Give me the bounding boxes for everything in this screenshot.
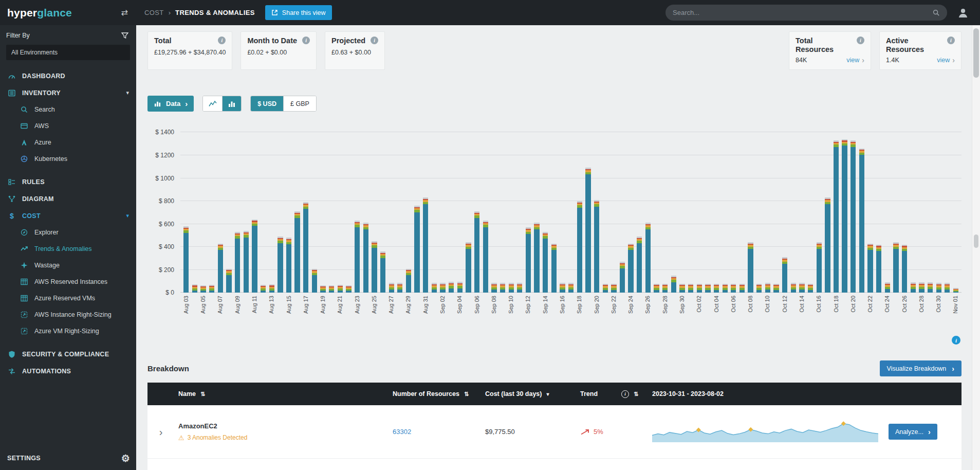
- cost-column-header[interactable]: Cost (last 30 days)▾: [481, 390, 576, 397]
- anomalies-detected[interactable]: ⚠3 Anomalies Detected: [178, 434, 384, 442]
- chart-info-icon[interactable]: i: [952, 336, 960, 345]
- bar-aug-23[interactable]: [355, 221, 360, 293]
- bar-sep-09[interactable]: [500, 283, 505, 293]
- bar-aug-09[interactable]: [235, 232, 240, 293]
- bar-aug-19[interactable]: [320, 285, 325, 293]
- environment-select[interactable]: All Environments: [6, 45, 130, 60]
- bar-sep-10[interactable]: [509, 283, 514, 293]
- sidebar-item-azure[interactable]: Azure: [0, 134, 136, 151]
- bar-oct-24[interactable]: [885, 282, 890, 293]
- resource-name[interactable]: AmazonEC2: [178, 422, 384, 430]
- bar-aug-13[interactable]: [269, 284, 274, 293]
- bar-oct-23[interactable]: [876, 245, 881, 293]
- bar-sep-19[interactable]: [585, 168, 590, 293]
- bar-oct-08[interactable]: [748, 242, 753, 293]
- search-input[interactable]: [673, 9, 932, 16]
- sidebar-item-dashboard[interactable]: DASHBOARD: [0, 67, 136, 84]
- sidebar-item-rules[interactable]: RULES: [0, 173, 136, 190]
- bar-aug-20[interactable]: [329, 285, 334, 293]
- bar-aug-26[interactable]: [380, 251, 385, 293]
- breadcrumb-cost[interactable]: COST: [144, 9, 164, 16]
- bar-sep-05[interactable]: [466, 242, 471, 293]
- bar-oct-12[interactable]: [782, 257, 787, 293]
- bar-sep-26[interactable]: [645, 223, 651, 293]
- bar-oct-25[interactable]: [893, 242, 898, 293]
- scrollbar-thumb-secondary[interactable]: [974, 234, 978, 248]
- bar-oct-02[interactable]: [697, 284, 702, 293]
- bar-oct-11[interactable]: [773, 284, 779, 293]
- sidebar-item-cost[interactable]: $COST▾: [0, 207, 136, 224]
- bar-oct-06[interactable]: [731, 284, 736, 293]
- data-button[interactable]: Data ›: [147, 96, 194, 112]
- bar-sep-25[interactable]: [637, 237, 642, 293]
- sidebar-item-settings[interactable]: SETTINGS ⚙: [0, 446, 136, 470]
- sidebar-item-aws-instance-right-sizing[interactable]: AWS Instance Right-Sizing: [0, 306, 136, 323]
- bar-nov-01[interactable]: [953, 288, 958, 293]
- sidebar-item-kubernetes[interactable]: Kubernetes: [0, 151, 136, 167]
- sidebar-item-inventory[interactable]: INVENTORY▾: [0, 84, 136, 101]
- bar-oct-05[interactable]: [723, 284, 728, 293]
- bar-sep-15[interactable]: [551, 244, 557, 293]
- bar-sep-18[interactable]: [577, 201, 582, 293]
- view-active-resources-link[interactable]: view›: [937, 56, 955, 64]
- bar-aug-14[interactable]: [278, 237, 283, 293]
- user-avatar[interactable]: [955, 5, 971, 21]
- bar-oct-26[interactable]: [902, 245, 907, 293]
- bar-aug-31[interactable]: [423, 197, 428, 293]
- view-total-resources-link[interactable]: view›: [846, 56, 864, 64]
- bar-sep-07[interactable]: [483, 221, 488, 293]
- bar-oct-16[interactable]: [817, 242, 822, 293]
- bar-oct-19[interactable]: [842, 139, 847, 293]
- info-icon[interactable]: i: [218, 37, 226, 44]
- info-icon[interactable]: i: [302, 37, 310, 44]
- resources-column-header[interactable]: Number of Resources⇅: [389, 390, 481, 397]
- info-sort-column-header[interactable]: i⇅: [617, 390, 648, 398]
- bar-aug-25[interactable]: [372, 241, 377, 293]
- bar-oct-07[interactable]: [739, 284, 745, 293]
- sidebar-item-automations[interactable]: AUTOMATIONS: [0, 363, 136, 379]
- resource-count-link[interactable]: 63302: [393, 428, 411, 436]
- bar-sep-28[interactable]: [662, 284, 668, 293]
- bar-oct-29[interactable]: [928, 282, 933, 293]
- bar-chart-button[interactable]: [222, 96, 241, 111]
- line-chart-button[interactable]: [203, 96, 222, 111]
- sidebar-item-azure-reserved-vms[interactable]: Azure Reserved VMs: [0, 290, 136, 306]
- bar-oct-30[interactable]: [936, 283, 941, 293]
- bar-aug-12[interactable]: [261, 285, 266, 293]
- bar-oct-28[interactable]: [919, 282, 924, 293]
- bar-sep-16[interactable]: [560, 283, 565, 293]
- bar-sep-03[interactable]: [449, 282, 454, 293]
- sidebar-item-search[interactable]: Search: [0, 101, 136, 118]
- filter-icon[interactable]: [121, 31, 129, 40]
- info-icon[interactable]: i: [857, 37, 864, 44]
- bar-sep-24[interactable]: [628, 244, 633, 293]
- bar-aug-04[interactable]: [192, 284, 197, 293]
- sidebar-item-wastage[interactable]: Wastage: [0, 257, 136, 274]
- bar-aug-05[interactable]: [200, 285, 206, 293]
- visualize-breakdown-button[interactable]: Visualize Breakdown ›: [880, 360, 961, 376]
- sidebar-item-trends-anomalies[interactable]: Trends & Anomalies: [0, 241, 136, 257]
- info-icon[interactable]: i: [371, 37, 378, 44]
- sidebar-item-aws[interactable]: AWS: [0, 118, 136, 134]
- bar-aug-27[interactable]: [389, 283, 394, 293]
- bar-oct-20[interactable]: [850, 140, 856, 293]
- bar-aug-28[interactable]: [397, 283, 402, 293]
- bar-aug-21[interactable]: [338, 285, 343, 293]
- usd-button[interactable]: $ USD: [251, 96, 283, 111]
- bar-sep-14[interactable]: [543, 232, 548, 293]
- bar-aug-06[interactable]: [209, 285, 214, 293]
- bar-oct-15[interactable]: [808, 284, 813, 293]
- bar-aug-03[interactable]: [183, 226, 189, 293]
- bar-aug-30[interactable]: [414, 206, 419, 293]
- bar-aug-24[interactable]: [363, 223, 368, 293]
- bar-sep-11[interactable]: [517, 283, 522, 293]
- bar-oct-18[interactable]: [834, 140, 839, 293]
- bar-sep-08[interactable]: [491, 283, 496, 293]
- sidebar-item-explorer[interactable]: Explorer: [0, 224, 136, 241]
- bar-aug-22[interactable]: [346, 285, 351, 293]
- bar-sep-04[interactable]: [457, 282, 463, 293]
- bar-aug-11[interactable]: [252, 220, 257, 293]
- bar-sep-29[interactable]: [671, 276, 676, 293]
- bar-sep-23[interactable]: [620, 262, 625, 293]
- sidebar-item-diagram[interactable]: DIAGRAM: [0, 190, 136, 207]
